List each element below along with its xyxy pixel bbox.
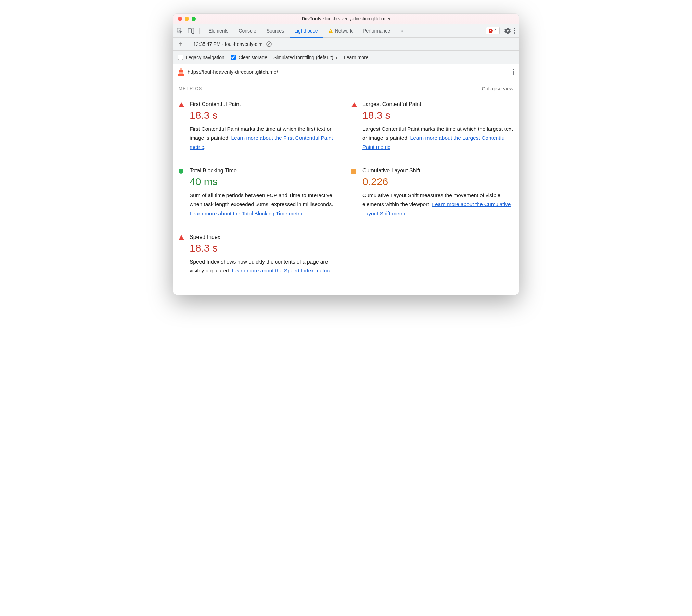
metric-card-si: Speed Index 18.3 s Speed Index shows how… [178,227,341,284]
report-selector[interactable]: 12:35:47 PM - foul-heavenly-c ▾ [193,41,262,47]
metric-description: First Contentful Paint marks the time at… [190,125,341,152]
error-count-badge[interactable]: ✕ 4 [486,27,500,34]
svg-rect-1 [188,29,192,33]
throttling-label: Simulated throttling (default) [273,55,333,60]
tab-label: Console [239,28,256,34]
tabs-overflow-button[interactable]: » [396,24,408,37]
warning-icon [328,28,333,33]
audited-url: https://foul-heavenly-direction.glitch.m… [188,69,278,75]
svg-point-12 [513,73,514,75]
report-selector-label: 12:35:47 PM - foul-heavenly-c [193,41,257,47]
metric-card-cls: Cumulative Layout Shift 0.226 Cumulative… [351,161,514,227]
tab-console[interactable]: Console [234,24,261,37]
metric-card-lcp: Largest Contentful Paint 18.3 s Largest … [351,94,514,161]
error-count: 4 [494,28,497,33]
collapse-view-toggle[interactable]: Collapse view [482,86,513,91]
devtools-panel-tabs: Elements Console Sources Lighthouse Netw… [204,24,408,37]
clear-storage-label: Clear storage [239,55,267,60]
throttling-dropdown[interactable]: Simulated throttling (default) ▾ [273,55,338,60]
devtools-main-toolbar: Elements Console Sources Lighthouse Netw… [173,24,519,38]
chevron-down-icon: ▾ [335,55,338,60]
metric-description: Largest Contentful Paint marks the time … [362,125,513,152]
tab-network[interactable]: Network [323,24,357,37]
svg-point-10 [513,69,514,70]
metric-description: Speed Index shows how quickly the conten… [190,257,341,275]
status-square-orange-icon [351,169,356,174]
new-report-button[interactable]: + [177,40,185,48]
window-titlebar: DevTools - foul-heavenly-direction.glitc… [173,14,519,24]
tab-label: Sources [267,28,284,34]
metric-title: Largest Contentful Paint [362,101,513,107]
window-title-prefix: DevTools - [302,16,325,21]
chevron-down-icon: ▾ [259,41,262,47]
metrics-heading: METRICS [179,86,202,91]
svg-point-7 [514,32,515,34]
metrics-panel: METRICS Collapse view First Contentful P… [173,79,519,295]
metric-value: 18.3 s [362,110,513,121]
tab-label: Elements [208,28,228,34]
svg-point-6 [514,30,515,31]
metric-title: First Contentful Paint [190,101,341,107]
legacy-navigation-checkbox[interactable]: Legacy navigation [178,55,225,60]
tab-label: Lighthouse [294,28,318,34]
metric-value: 18.3 s [190,242,341,254]
tab-sources[interactable]: Sources [262,24,289,37]
metric-value: 18.3 s [190,110,341,121]
svg-rect-2 [192,28,194,33]
legacy-navigation-input[interactable] [178,55,183,60]
clear-storage-input[interactable] [231,55,236,60]
metric-description: Cumulative Layout Shift measures the mov… [362,191,513,218]
metric-learn-more-link[interactable]: Learn more about the Total Blocking Time… [190,210,303,216]
status-circle-green-icon [179,169,183,174]
inspect-element-icon[interactable] [177,28,183,34]
metric-card-tbt: Total Blocking Time 40 ms Sum of all tim… [178,161,341,227]
tab-label: Performance [363,28,390,34]
metric-description: Sum of all time periods between FCP and … [190,191,341,218]
svg-line-9 [267,42,271,46]
metric-value: 40 ms [190,176,341,188]
status-triangle-red-icon [179,235,184,240]
status-triangle-red-icon [179,102,184,107]
metric-title: Cumulative Layout Shift [362,168,513,174]
svg-point-11 [513,71,514,73]
divider [189,40,189,48]
tab-lighthouse[interactable]: Lighthouse [290,24,323,37]
learn-more-link[interactable]: Learn more [344,55,369,60]
svg-point-5 [514,28,515,29]
status-triangle-red-icon [351,102,357,107]
devtools-window: DevTools - foul-heavenly-direction.glitc… [173,14,519,295]
error-icon: ✕ [489,29,493,33]
metric-value: 0.226 [362,176,513,188]
window-title-target: foul-heavenly-direction.glitch.me/ [325,16,390,21]
metric-title: Total Blocking Time [190,168,341,174]
lighthouse-logo-icon [178,68,184,76]
tab-performance[interactable]: Performance [358,24,395,37]
svg-rect-4 [330,31,331,32]
settings-gear-icon[interactable] [504,28,511,34]
more-menu-icon[interactable] [514,28,515,34]
tab-elements[interactable]: Elements [204,24,233,37]
window-title: DevTools - foul-heavenly-direction.glitc… [173,16,519,21]
clear-report-icon[interactable] [266,41,272,47]
metric-learn-more-link[interactable]: Learn more about the Speed Index metric [232,268,330,273]
device-toggle-icon[interactable] [188,28,194,34]
lighthouse-report-toolbar: + 12:35:47 PM - foul-heavenly-c ▾ [173,38,519,51]
legacy-navigation-label: Legacy navigation [186,55,225,60]
tab-label: Network [335,28,353,34]
metric-card-fcp: First Contentful Paint 18.3 s First Cont… [178,94,341,161]
overflow-glyph: » [400,28,403,34]
clear-storage-checkbox[interactable]: Clear storage [231,55,267,60]
lighthouse-options-bar: Legacy navigation Clear storage Simulate… [173,51,519,64]
audited-url-bar: https://foul-heavenly-direction.glitch.m… [173,64,519,79]
svg-rect-3 [330,30,331,31]
report-menu-icon[interactable] [513,69,514,75]
metric-title: Speed Index [190,234,341,240]
